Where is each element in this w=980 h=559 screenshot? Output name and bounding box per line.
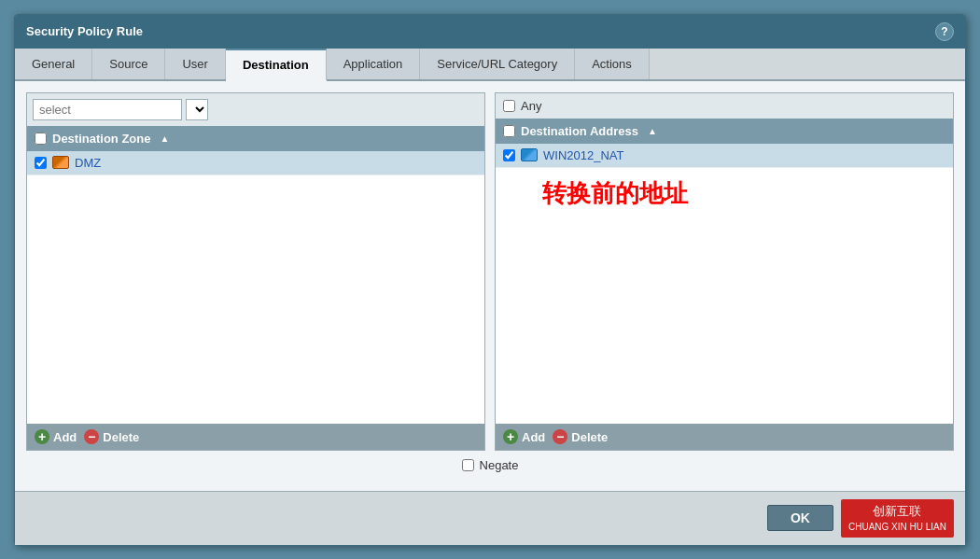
dmz-link[interactable]: DMZ [75,156,101,170]
tabs-bar: General Source User Destination Applicat… [15,49,965,81]
zone-panel-header: Destination Zone ▲ [27,126,484,151]
address-delete-button[interactable]: − Delete [553,429,608,444]
address-sort-arrow[interactable]: ▲ [648,126,657,136]
any-label: Any [521,99,541,113]
win2012-checkbox[interactable] [503,149,515,161]
zone-delete-button[interactable]: − Delete [84,429,139,444]
zone-sort-arrow[interactable]: ▲ [160,133,169,144]
bottom-row: Negate [26,451,954,480]
ok-button[interactable]: OK [767,505,833,531]
destination-address-panel: Any Destination Address ▲ WIN2012_NAT 转换… [495,92,954,452]
negate-row: Negate [462,458,519,472]
any-row: Any [496,93,953,119]
zone-add-button[interactable]: + Add [35,429,77,444]
zone-icon [52,156,69,169]
annotation-container: 转换前的地址 [496,168,953,219]
security-policy-dialog: Security Policy Rule ? General Source Us… [14,14,966,546]
dialog-footer: OK 创新互联 CHUANG XIN HU LIAN [15,491,965,544]
address-delete-label: Delete [571,430,608,444]
watermark: 创新互联 CHUANG XIN HU LIAN [841,499,954,537]
address-list: WIN2012_NAT 转换前的地址 [496,144,953,425]
tab-application[interactable]: Application [327,49,421,79]
negate-checkbox[interactable] [462,459,474,471]
zone-select-input[interactable] [33,99,182,120]
help-icon[interactable]: ? [935,22,954,41]
watermark-line1: 创新互联 [848,503,946,520]
tab-general[interactable]: General [15,49,92,79]
watermark-line2: CHUANG XIN HU LIAN [848,521,946,534]
address-add-label: Add [522,430,545,444]
panels-row: Destination Zone ▲ DMZ + Add [26,92,954,452]
dialog-body: Destination Zone ▲ DMZ + Add [15,81,965,492]
address-add-button[interactable]: + Add [503,429,545,444]
address-delete-icon: − [553,429,567,444]
zone-delete-icon: − [84,429,99,444]
tab-destination[interactable]: Destination [226,49,327,81]
negate-label: Negate [480,458,519,472]
address-header-label: Destination Address [521,124,638,138]
zone-add-label: Add [53,430,77,444]
zone-list: DMZ [27,151,484,425]
zone-select-dropdown[interactable] [186,99,208,120]
address-icon [521,148,538,161]
address-panel-footer: + Add − Delete [496,424,953,450]
annotation-text: 转换前的地址 [514,161,716,226]
dialog-title-bar: Security Policy Rule ? [15,15,965,49]
tab-source[interactable]: Source [92,49,165,79]
dmz-checkbox[interactable] [35,157,47,169]
zone-header-label: Destination Zone [52,132,150,146]
address-add-icon: + [503,429,518,444]
zone-select-all-checkbox[interactable] [35,133,47,145]
tab-service-url[interactable]: Service/URL Category [420,49,575,79]
any-checkbox[interactable] [503,100,515,112]
zone-panel-footer: + Add − Delete [27,424,484,450]
tab-actions[interactable]: Actions [575,49,650,79]
tab-user[interactable]: User [165,49,225,79]
dialog-title: Security Policy Rule [26,24,143,38]
list-item[interactable]: DMZ [27,151,484,175]
zone-select-row [27,93,484,126]
destination-zone-panel: Destination Zone ▲ DMZ + Add [26,92,485,452]
zone-add-icon: + [35,429,49,444]
address-panel-header: Destination Address ▲ [496,119,953,144]
zone-delete-label: Delete [103,430,139,444]
address-select-all-checkbox[interactable] [503,125,515,137]
